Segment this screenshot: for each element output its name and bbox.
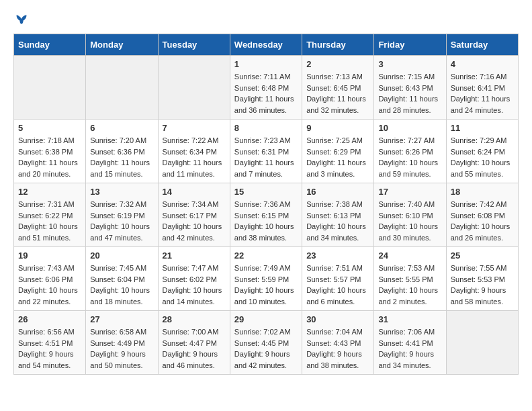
calendar-cell: 5Sunrise: 7:18 AMSunset: 6:38 PMDaylight… xyxy=(14,120,86,183)
sunrise-text: Sunrise: 7:25 AM xyxy=(306,136,363,144)
sunset-text: Sunset: 6:10 PM xyxy=(378,212,433,220)
day-info: Sunrise: 7:45 AMSunset: 6:04 PMDaylight:… xyxy=(90,263,153,307)
day-info: Sunrise: 7:40 AMSunset: 6:10 PMDaylight:… xyxy=(378,199,441,243)
daylight-text: Daylight: 10 hours and 6 minutes. xyxy=(306,286,366,306)
daylight-text: Daylight: 9 hours and 46 minutes. xyxy=(163,350,218,369)
daylight-text: Daylight: 10 hours and 18 minutes. xyxy=(90,286,150,306)
day-info: Sunrise: 7:42 AMSunset: 6:08 PMDaylight:… xyxy=(451,199,514,243)
sunrise-text: Sunrise: 7:32 AM xyxy=(90,200,146,208)
calendar-cell: 1Sunrise: 7:11 AMSunset: 6:48 PMDaylight… xyxy=(230,56,302,120)
sunset-text: Sunset: 5:57 PM xyxy=(306,275,361,283)
day-number: 27 xyxy=(90,314,153,324)
day-number: 19 xyxy=(18,250,81,261)
day-number: 25 xyxy=(451,250,514,261)
sunset-text: Sunset: 6:06 PM xyxy=(18,275,73,283)
day-info: Sunrise: 7:53 AMSunset: 5:55 PMDaylight:… xyxy=(378,263,441,307)
sunset-text: Sunset: 6:26 PM xyxy=(378,148,433,156)
calendar-cell: 27Sunrise: 6:58 AMSunset: 4:49 PMDayligh… xyxy=(86,311,158,375)
sunrise-text: Sunrise: 7:16 AM xyxy=(451,73,507,81)
day-number: 13 xyxy=(90,187,153,197)
sunrise-text: Sunrise: 7:43 AM xyxy=(18,264,75,272)
calendar-cell: 31Sunrise: 7:06 AMSunset: 4:41 PMDayligh… xyxy=(374,311,446,375)
sunrise-text: Sunrise: 6:58 AM xyxy=(90,328,146,336)
sunrise-text: Sunrise: 7:40 AM xyxy=(378,200,435,208)
sunset-text: Sunset: 4:43 PM xyxy=(306,339,361,347)
sunrise-text: Sunrise: 7:20 AM xyxy=(90,136,146,144)
sunrise-text: Sunrise: 7:47 AM xyxy=(163,264,219,272)
logo xyxy=(13,13,28,27)
daylight-text: Daylight: 9 hours and 34 minutes. xyxy=(378,350,434,369)
day-number: 8 xyxy=(234,123,298,133)
calendar-cell: 22Sunrise: 7:49 AMSunset: 5:59 PMDayligh… xyxy=(230,247,302,311)
calendar-cell: 25Sunrise: 7:55 AMSunset: 5:53 PMDayligh… xyxy=(446,247,518,311)
daylight-text: Daylight: 10 hours and 22 minutes. xyxy=(18,286,78,306)
calendar-cell: 14Sunrise: 7:34 AMSunset: 6:17 PMDayligh… xyxy=(158,183,230,247)
daylight-text: Daylight: 10 hours and 10 minutes. xyxy=(234,286,294,306)
day-info: Sunrise: 7:18 AMSunset: 6:38 PMDaylight:… xyxy=(18,135,81,179)
daylight-text: Daylight: 9 hours and 54 minutes. xyxy=(18,350,74,369)
daylight-text: Daylight: 11 hours and 24 minutes. xyxy=(451,95,511,114)
sunrise-text: Sunrise: 7:34 AM xyxy=(163,200,219,208)
day-info: Sunrise: 7:23 AMSunset: 6:31 PMDaylight:… xyxy=(234,135,298,179)
calendar-cell xyxy=(86,56,158,120)
header-thursday: Thursday xyxy=(302,34,374,56)
day-info: Sunrise: 7:34 AMSunset: 6:17 PMDaylight:… xyxy=(163,199,226,243)
day-info: Sunrise: 7:06 AMSunset: 4:41 PMDaylight:… xyxy=(378,326,441,371)
sunset-text: Sunset: 6:48 PM xyxy=(234,84,289,92)
day-number: 29 xyxy=(234,314,298,324)
sunset-text: Sunset: 5:59 PM xyxy=(234,275,289,283)
sunset-text: Sunset: 4:51 PM xyxy=(18,339,73,347)
daylight-text: Daylight: 10 hours and 42 minutes. xyxy=(163,222,222,242)
calendar-cell: 8Sunrise: 7:23 AMSunset: 6:31 PMDaylight… xyxy=(230,120,302,183)
day-number: 20 xyxy=(90,250,153,261)
day-info: Sunrise: 7:47 AMSunset: 6:02 PMDaylight:… xyxy=(163,263,226,307)
sunrise-text: Sunrise: 7:06 AM xyxy=(378,328,435,336)
day-number: 23 xyxy=(306,250,369,261)
calendar-week-row: 19Sunrise: 7:43 AMSunset: 6:06 PMDayligh… xyxy=(14,247,519,311)
day-info: Sunrise: 7:29 AMSunset: 6:24 PMDaylight:… xyxy=(451,135,514,179)
sunrise-text: Sunrise: 7:00 AM xyxy=(163,328,219,336)
day-info: Sunrise: 7:13 AMSunset: 6:45 PMDaylight:… xyxy=(306,71,369,116)
sunset-text: Sunset: 5:55 PM xyxy=(378,275,433,283)
calendar-cell: 15Sunrise: 7:36 AMSunset: 6:15 PMDayligh… xyxy=(230,183,302,247)
sunset-text: Sunset: 6:08 PM xyxy=(451,212,505,220)
sunset-text: Sunset: 6:15 PM xyxy=(234,212,289,220)
day-info: Sunrise: 7:25 AMSunset: 6:29 PMDaylight:… xyxy=(306,135,369,179)
day-number: 14 xyxy=(163,187,226,197)
day-info: Sunrise: 7:16 AMSunset: 6:41 PMDaylight:… xyxy=(451,71,514,116)
day-info: Sunrise: 7:27 AMSunset: 6:26 PMDaylight:… xyxy=(378,135,441,179)
sunrise-text: Sunrise: 7:13 AM xyxy=(306,73,363,81)
daylight-text: Daylight: 11 hours and 32 minutes. xyxy=(306,95,366,114)
sunrise-text: Sunrise: 7:53 AM xyxy=(378,264,435,272)
day-info: Sunrise: 7:51 AMSunset: 5:57 PMDaylight:… xyxy=(306,263,369,307)
sunset-text: Sunset: 6:38 PM xyxy=(18,148,73,156)
calendar-cell xyxy=(158,56,230,120)
calendar-cell: 6Sunrise: 7:20 AMSunset: 6:36 PMDaylight… xyxy=(86,120,158,183)
day-number: 24 xyxy=(378,250,441,261)
day-number: 7 xyxy=(163,123,226,133)
daylight-text: Daylight: 10 hours and 2 minutes. xyxy=(378,286,438,306)
calendar-week-row: 5Sunrise: 7:18 AMSunset: 6:38 PMDaylight… xyxy=(14,120,519,183)
calendar-cell: 30Sunrise: 7:04 AMSunset: 4:43 PMDayligh… xyxy=(302,311,374,375)
day-number: 31 xyxy=(378,314,441,324)
day-number: 26 xyxy=(18,314,81,324)
page-header xyxy=(13,13,519,27)
header-saturday: Saturday xyxy=(446,34,518,56)
day-number: 10 xyxy=(378,123,441,133)
calendar-cell: 3Sunrise: 7:15 AMSunset: 6:43 PMDaylight… xyxy=(374,56,446,120)
daylight-text: Daylight: 11 hours and 15 minutes. xyxy=(90,158,150,178)
sunrise-text: Sunrise: 7:45 AM xyxy=(90,264,146,272)
daylight-text: Daylight: 10 hours and 59 minutes. xyxy=(378,158,438,178)
day-number: 22 xyxy=(234,250,298,261)
sunrise-text: Sunrise: 7:18 AM xyxy=(18,136,75,144)
day-number: 2 xyxy=(306,59,369,69)
daylight-text: Daylight: 9 hours and 42 minutes. xyxy=(234,350,290,369)
sunrise-text: Sunrise: 7:51 AM xyxy=(306,264,363,272)
day-info: Sunrise: 7:43 AMSunset: 6:06 PMDaylight:… xyxy=(18,263,81,307)
day-number: 15 xyxy=(234,187,298,197)
calendar-cell: 20Sunrise: 7:45 AMSunset: 6:04 PMDayligh… xyxy=(86,247,158,311)
day-info: Sunrise: 6:56 AMSunset: 4:51 PMDaylight:… xyxy=(18,326,81,371)
day-number: 12 xyxy=(18,187,81,197)
header-friday: Friday xyxy=(374,34,446,56)
daylight-text: Daylight: 10 hours and 14 minutes. xyxy=(163,286,222,306)
